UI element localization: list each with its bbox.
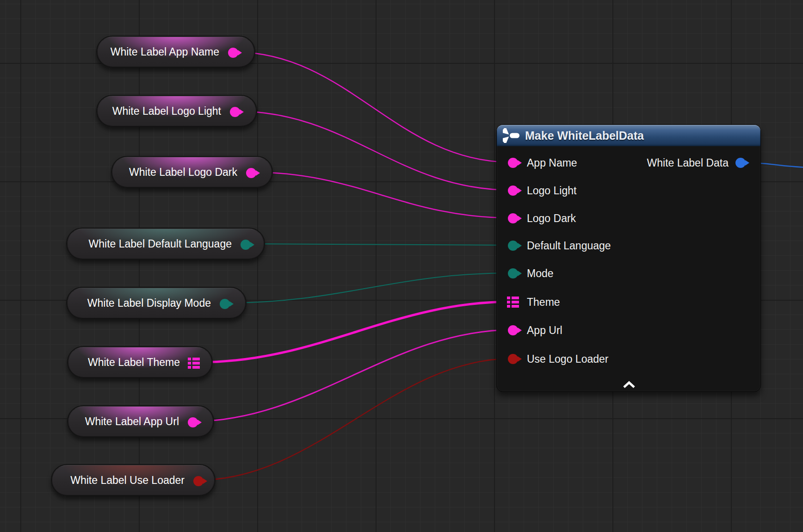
variable-node-white-label-display-mode[interactable]: White Label Display Mode: [66, 287, 247, 319]
output-pin[interactable]: [220, 299, 230, 309]
input-pin-logo-dark[interactable]: [508, 213, 518, 223]
wire-6[interactable]: [192, 330, 513, 421]
blueprint-graph-canvas[interactable]: White Label App NameWhite Label Logo Lig…: [0, 0, 803, 532]
input-pin-label-app-name: App Name: [527, 157, 577, 169]
variable-node-white-label-use-loader[interactable]: White Label Use Loader: [51, 464, 216, 496]
output-pin[interactable]: [241, 240, 251, 250]
variable-node-label: White Label Logo Light: [112, 96, 221, 126]
wire-0[interactable]: [232, 52, 513, 162]
output-pin[interactable]: [188, 417, 198, 427]
input-pin-label-theme: Theme: [527, 296, 560, 309]
variable-node-label: White Label App Url: [85, 406, 179, 437]
input-pin-label-app-url: App Url: [527, 324, 562, 337]
output-pin-label: White Label Data: [647, 157, 729, 169]
input-pin-icon-theme[interactable]: [507, 296, 519, 308]
variable-node-white-label-logo-light[interactable]: White Label Logo Light: [96, 95, 257, 127]
variable-node-white-label-default-language[interactable]: White Label Default Language: [66, 228, 265, 260]
make-whitelabeldata-node[interactable]: Make WhiteLabelDataApp NameLogo LightLog…: [496, 124, 761, 392]
input-pin-logo-light[interactable]: [508, 186, 518, 196]
make-node-header[interactable]: Make WhiteLabelData: [497, 125, 760, 146]
wire-3[interactable]: [245, 244, 513, 245]
output-pin[interactable]: [230, 107, 240, 117]
input-pin-label-mode: Mode: [527, 267, 554, 280]
variable-node-white-label-app-url[interactable]: White Label App Url: [67, 405, 214, 438]
input-pin-label-logo-dark: Logo Dark: [527, 212, 576, 225]
variable-node-label: White Label Display Mode: [87, 288, 211, 318]
input-pin-app-url[interactable]: [508, 325, 518, 335]
variable-node-white-label-app-name[interactable]: White Label App Name: [96, 36, 255, 68]
variable-node-label: White Label Default Language: [89, 229, 232, 259]
input-pin-default-language[interactable]: [508, 241, 518, 251]
output-pin[interactable]: [246, 168, 256, 178]
variable-node-label: White Label Theme: [88, 347, 180, 377]
wire-2[interactable]: [250, 172, 513, 218]
output-pin[interactable]: [228, 48, 238, 58]
collapse-pins-button[interactable]: [619, 378, 639, 392]
variable-node-white-label-logo-dark[interactable]: White Label Logo Dark: [111, 156, 273, 188]
struct-output-pin-icon[interactable]: [188, 357, 200, 369]
wire-5[interactable]: [199, 302, 513, 362]
variable-node-label: White Label Logo Dark: [129, 157, 237, 187]
output-pin[interactable]: [193, 476, 204, 486]
wire-7[interactable]: [198, 359, 513, 480]
input-pin-label-logo-light: Logo Light: [527, 185, 576, 197]
chevron-up-icon: [624, 383, 634, 387]
input-pin-use-logo-loader[interactable]: [508, 354, 518, 364]
input-pin-mode[interactable]: [508, 268, 518, 278]
input-pin-label-default-language: Default Language: [527, 240, 611, 252]
wire-1[interactable]: [234, 111, 513, 190]
variable-node-label: White Label Use Loader: [70, 465, 185, 495]
wire-4[interactable]: [224, 273, 513, 303]
input-pin-label-use-logo-loader: Use Logo Loader: [527, 353, 608, 365]
make-node-title: Make WhiteLabelData: [525, 129, 644, 142]
variable-node-white-label-theme[interactable]: White Label Theme: [67, 346, 213, 378]
output-pin-white-label-data[interactable]: [735, 158, 746, 168]
variable-node-label: White Label App Name: [111, 37, 219, 67]
make-struct-icon: [503, 128, 520, 143]
input-pin-app-name[interactable]: [508, 158, 518, 168]
